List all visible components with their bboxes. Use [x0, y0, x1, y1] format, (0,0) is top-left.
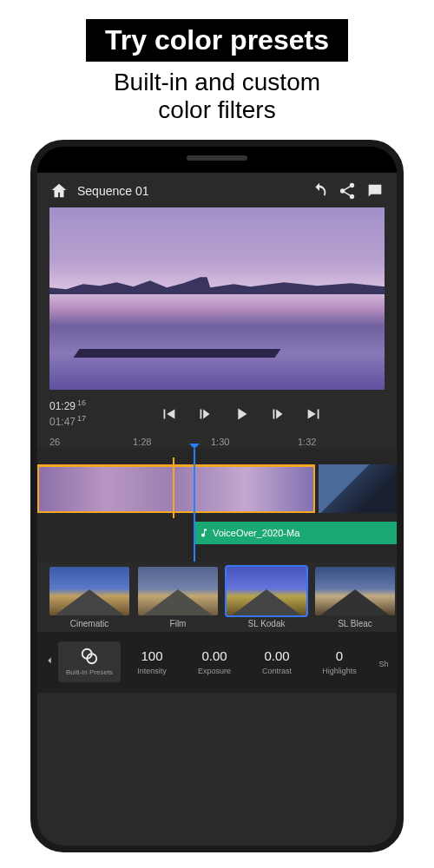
clip-frames: 16 — [77, 398, 86, 407]
param-label: Contrast — [246, 667, 308, 675]
skip-start-icon[interactable] — [159, 404, 178, 424]
preset-label: Film — [138, 619, 218, 628]
transport-bar: 01:2916 01:4717 — [37, 390, 397, 434]
ruler-tick: 1:30 — [211, 437, 229, 447]
video-preview[interactable] — [49, 207, 385, 390]
audio-clip-name: VoiceOver_2020-Ma — [213, 528, 299, 538]
frame-back-icon[interactable] — [195, 404, 214, 424]
param-bar: Built-In Presets 100 Intensity 0.00 Expo… — [37, 632, 397, 693]
cut-marker[interactable] — [173, 457, 174, 518]
app-screen: Sequence 01 01:2916 01:4717 — [37, 173, 397, 845]
share-icon[interactable] — [338, 181, 357, 201]
promo-subtitle: Built-in and custom color filters — [0, 69, 434, 124]
promo-title: Try color presets — [86, 19, 348, 62]
skip-end-icon[interactable] — [305, 404, 324, 424]
param-contrast[interactable]: 0.00 Contrast — [246, 648, 308, 675]
video-clip[interactable] — [37, 464, 315, 513]
audio-clip[interactable]: VoiceOver_2020-Ma — [194, 522, 397, 544]
param-value: 100 — [121, 648, 183, 663]
presets-icon — [80, 647, 99, 666]
param-label: Intensity — [121, 667, 183, 675]
param-label: Exposure — [183, 667, 246, 675]
preset-sl-bleach[interactable]: SL Bleac — [315, 567, 395, 628]
comment-icon[interactable] — [365, 181, 385, 201]
promo-subtitle-line2: color filters — [158, 96, 275, 123]
phone-frame: Sequence 01 01:2916 01:4717 — [30, 140, 404, 852]
timeline[interactable]: VoiceOver_2020-Ma — [37, 449, 397, 562]
preset-cinematic[interactable]: Cinematic — [49, 567, 129, 628]
playhead[interactable] — [194, 449, 195, 562]
timecode-display: 01:2916 01:4717 — [49, 398, 86, 429]
video-track[interactable] — [37, 464, 397, 513]
frame-forward-icon[interactable] — [268, 404, 287, 424]
undo-icon[interactable] — [310, 181, 329, 201]
ruler-tick: 26 — [49, 437, 60, 447]
promo-subtitle-line1: Built-in and custom — [114, 69, 320, 95]
seq-time: 01:47 — [49, 416, 76, 428]
param-builtin-presets[interactable]: Built-In Presets — [58, 641, 121, 682]
clip-time: 01:29 — [49, 400, 76, 412]
play-icon[interactable] — [232, 404, 251, 424]
param-highlights[interactable]: 0 Highlights — [308, 648, 371, 675]
video-clip[interactable] — [319, 464, 397, 513]
param-value: 0.00 — [183, 648, 246, 663]
seq-frames: 17 — [77, 414, 86, 423]
ruler-tick: 1:32 — [298, 437, 316, 447]
param-exposure[interactable]: 0.00 Exposure — [183, 648, 246, 675]
preset-label: SL Bleac — [315, 619, 395, 628]
back-button[interactable] — [41, 654, 58, 670]
param-label: Sh — [371, 660, 397, 668]
param-intensity[interactable]: 100 Intensity — [121, 648, 183, 675]
preset-label: SL Kodak — [227, 619, 306, 628]
param-shadows[interactable]: Sh — [371, 656, 397, 668]
time-ruler[interactable]: 26 1:28 1:30 1:32 — [37, 435, 397, 449]
sequence-title[interactable]: Sequence 01 — [77, 184, 301, 198]
preset-strip: Cinematic Film SL Kodak SL Bleac — [37, 562, 397, 632]
top-bar: Sequence 01 — [37, 173, 397, 207]
preset-label: Cinematic — [49, 619, 129, 628]
param-value: 0 — [308, 648, 371, 663]
param-value: 0.00 — [246, 648, 308, 663]
home-icon[interactable] — [49, 181, 69, 201]
param-label: Highlights — [308, 667, 371, 675]
preset-film[interactable]: Film — [138, 567, 218, 628]
param-label: Built-In Presets — [58, 669, 121, 677]
ruler-tick: 1:28 — [133, 437, 151, 447]
preset-sl-kodak[interactable]: SL Kodak — [227, 567, 306, 628]
